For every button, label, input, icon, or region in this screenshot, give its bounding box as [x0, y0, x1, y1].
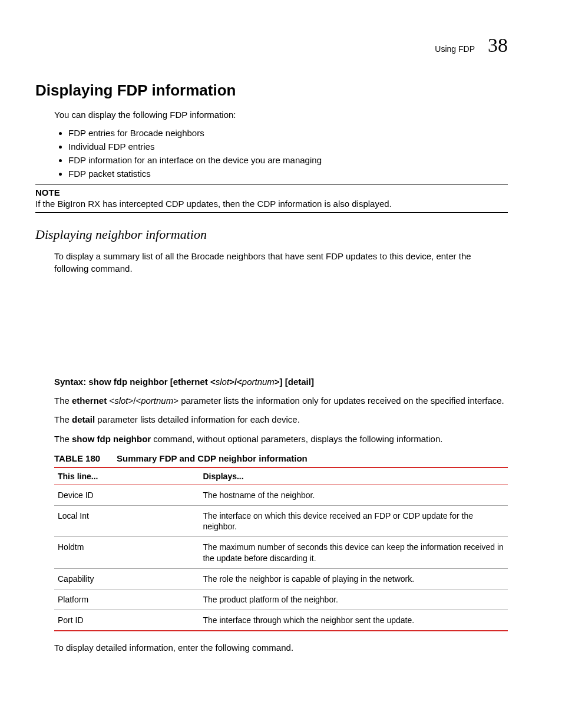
- cell-field: Holdtm: [54, 537, 199, 568]
- intro-paragraph: You can display the following FDP inform…: [54, 109, 508, 121]
- cell-field: Local Int: [54, 505, 199, 536]
- note-block: NOTE If the BigIron RX has intercepted C…: [35, 185, 508, 213]
- cell-desc: The maximum number of seconds this devic…: [199, 537, 508, 568]
- cell-desc: The role the neighbor is capable of play…: [199, 568, 508, 589]
- detail-param-paragraph: The detail parameter lists detailed info…: [54, 414, 508, 426]
- command-output-placeholder: [54, 282, 508, 376]
- note-text: If the BigIron RX has intercepted CDP up…: [35, 199, 508, 209]
- cell-desc: The interface on which this device recei…: [199, 505, 508, 536]
- syntax-line: Syntax: show fdp neighbor [ethernet <slo…: [54, 376, 508, 388]
- syntax-portnum: portnum: [242, 377, 275, 387]
- cell-field: Port ID: [54, 610, 199, 631]
- cell-desc: The product platform of the neighbor.: [199, 589, 508, 610]
- list-item: FDP entries for Brocade neighbors: [68, 128, 508, 138]
- neighbor-info-table: This line... Displays... Device ID The h…: [54, 467, 508, 632]
- cell-desc: The interface through which the neighbor…: [199, 610, 508, 631]
- cell-field: Capability: [54, 568, 199, 589]
- table-header-b: Displays...: [199, 467, 508, 485]
- cell-desc: The hostname of the neighbor.: [199, 485, 508, 505]
- table-header-a: This line...: [54, 467, 199, 485]
- note-label: NOTE: [35, 187, 508, 197]
- cell-field: Device ID: [54, 485, 199, 505]
- table-title: Summary FDP and CDP neighbor information: [117, 453, 308, 463]
- syntax-mid: >/<: [229, 377, 242, 387]
- fdp-info-list: FDP entries for Brocade neighbors Indivi…: [54, 128, 508, 179]
- table-row: Local Int The interface on which this de…: [54, 505, 508, 536]
- neighbor-intro-paragraph: To display a summary list of all the Bro…: [54, 251, 508, 275]
- table-row: Platform The product platform of the nei…: [54, 589, 508, 610]
- heading-neighbor-info: Displaying neighbor information: [35, 227, 508, 242]
- list-item: FDP information for an interface on the …: [68, 155, 508, 165]
- page: Using FDP 38 Displaying FDP information …: [0, 0, 562, 728]
- list-item: FDP packet statistics: [68, 169, 508, 179]
- page-header: Using FDP 38: [54, 34, 508, 57]
- table-number: TABLE 180: [54, 453, 100, 463]
- header-section-label: Using FDP: [435, 44, 475, 54]
- table-row: Device ID The hostname of the neighbor.: [54, 485, 508, 505]
- table-caption: TABLE 180Summary FDP and CDP neighbor in…: [54, 453, 508, 463]
- after-table-paragraph: To display detailed information, enter t…: [54, 642, 508, 654]
- table-row: Port ID The interface through which the …: [54, 610, 508, 631]
- syntax-slot: slot: [216, 377, 229, 387]
- table-header-row: This line... Displays...: [54, 467, 508, 485]
- ethernet-param-paragraph: The ethernet <slot>/<portnum> parameter …: [54, 395, 508, 407]
- syntax-end: >] [detail]: [275, 377, 314, 387]
- show-command-paragraph: The show fdp neighbor command, without o…: [54, 433, 508, 445]
- table-row: Capability The role the neighbor is capa…: [54, 568, 508, 589]
- chapter-number: 38: [488, 34, 508, 57]
- table-row: Holdtm The maximum number of seconds thi…: [54, 537, 508, 568]
- heading-displaying-fdp: Displaying FDP information: [35, 81, 508, 100]
- syntax-lead: Syntax: show fdp neighbor [ethernet <: [54, 377, 216, 387]
- cell-field: Platform: [54, 589, 199, 610]
- list-item: Individual FDP entries: [68, 141, 508, 151]
